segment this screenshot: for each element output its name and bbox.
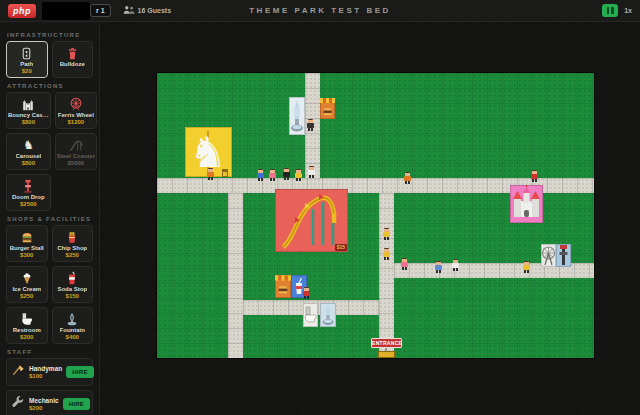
fountain-icon <box>65 312 79 326</box>
tool-burger-stall[interactable]: Burger Stall$300 <box>6 225 48 262</box>
coaster-icon <box>69 138 83 152</box>
staff-card-handyman: Handyman$100HIRE <box>6 358 93 386</box>
year-badge: r 1 <box>90 4 111 17</box>
tool-chip-shop[interactable]: Chip Shop$250 <box>52 225 94 262</box>
tool-price: $2500 <box>20 201 37 207</box>
guest-sprite <box>383 248 390 260</box>
wrench-icon <box>11 395 25 413</box>
tool-price: $400 <box>66 334 79 340</box>
guest-sprite <box>452 259 459 271</box>
tool-name: Steel Coaster <box>57 153 95 159</box>
tool-grid: Bouncy Cas…$800Ferris Wheel$1200♞Carouse… <box>6 92 93 211</box>
ride-restroom[interactable] <box>303 303 318 327</box>
section-title-infrastructure: INFRASTRUCTURE <box>7 32 93 38</box>
tool-bulldoze[interactable]: Bulldoze <box>52 41 94 78</box>
tool-doom-drop[interactable]: Doom Drop$2500 <box>6 174 51 211</box>
pause-button[interactable] <box>602 4 618 17</box>
tool-price: $20 <box>22 68 32 74</box>
ride-ferris-wheel[interactable] <box>541 244 556 267</box>
hire-button-mechanic[interactable]: HIRE <box>63 398 91 410</box>
tool-price: $5000 <box>68 160 85 166</box>
guest-sprite <box>401 258 408 270</box>
ride-burger-stall-2[interactable] <box>275 275 291 298</box>
path-tile <box>379 193 394 358</box>
staff-price: $200 <box>29 405 59 411</box>
php-logo: php <box>8 4 36 18</box>
tool-grid: Burger Stall$300Chip Shop$250Ice Cream$2… <box>6 225 93 344</box>
guest-sprite <box>257 169 264 181</box>
tool-name: Ice Cream <box>12 286 41 292</box>
tool-ferris-wheel[interactable]: Ferris Wheel$1200 <box>55 92 97 129</box>
tool-name: Doom Drop <box>12 194 45 200</box>
staff-price: $100 <box>29 373 62 379</box>
staff-list: Handyman$100HIREMechanic$200HIRE <box>6 358 93 415</box>
tool-name: Carousel <box>16 153 42 159</box>
section-title-attractions: ATTRACTIONS <box>7 83 93 89</box>
tool-name: Fountain <box>60 327 85 333</box>
guest-sprite <box>404 172 411 184</box>
tool-price: $300 <box>20 252 33 258</box>
page-title: THEME PARK TEST BED <box>249 6 391 15</box>
tool-ice-cream[interactable]: Ice Cream$250 <box>6 266 48 303</box>
park-map[interactable]: ♞$15ENTRANCE <box>157 73 594 358</box>
ride-fountain-top[interactable] <box>289 97 305 135</box>
tool-name: Path <box>20 61 33 67</box>
ride-fountain-2[interactable] <box>320 303 336 327</box>
guest-count-label: 16 Guests <box>138 7 171 14</box>
tool-price: $1200 <box>68 119 85 125</box>
toilet-icon <box>20 312 34 326</box>
tool-path[interactable]: Path$20 <box>6 41 48 78</box>
app: php r 1 16 Guests THEME PARK TEST BED 1x… <box>0 0 640 415</box>
guest-sprite <box>435 261 442 273</box>
staff-name: Handyman <box>29 365 62 372</box>
tool-steel-coaster[interactable]: Steel Coaster$5000 <box>55 133 97 170</box>
tool-sections: INFRASTRUCTUREPath$20BulldozeATTRACTIONS… <box>6 32 93 344</box>
speed-label[interactable]: 1x <box>624 7 632 14</box>
tool-fountain[interactable]: Fountain$400 <box>52 307 94 344</box>
castle-icon <box>21 97 35 111</box>
tool-name: Bulldoze <box>60 61 85 67</box>
tool-grid: Path$20Bulldoze <box>6 41 93 78</box>
tool-price: $150 <box>66 293 79 299</box>
ride-price-label: $15 <box>335 244 347 251</box>
staff-section-title: STAFF <box>7 349 93 355</box>
guest-sprite <box>283 168 290 180</box>
path-tile <box>228 193 243 358</box>
ride-steel-coaster[interactable]: $15 <box>275 189 348 252</box>
tool-name: Soda Stop <box>57 286 87 292</box>
tool-carousel[interactable]: ♞Carousel$800 <box>6 133 51 170</box>
chips-icon <box>65 230 79 244</box>
tower-icon <box>21 179 35 193</box>
bulldoze-icon <box>66 46 79 60</box>
guest-sprite <box>269 169 276 181</box>
ride-doom-drop[interactable] <box>556 244 571 267</box>
ride-burger-stall-top[interactable] <box>320 98 335 119</box>
tool-name: Chip Shop <box>57 245 87 251</box>
ride-bouncy-castle[interactable] <box>510 185 543 223</box>
tool-bouncy-cas[interactable]: Bouncy Cas…$800 <box>6 92 51 129</box>
guests-icon <box>123 5 135 16</box>
tool-price: $250 <box>66 252 79 258</box>
tool-price: $200 <box>20 334 33 340</box>
staff-name: Mechanic <box>29 397 59 404</box>
redacted-overlay <box>42 2 90 20</box>
guest-sprite <box>295 169 302 181</box>
guest-sprite <box>383 228 390 240</box>
carousel-icon: ♞ <box>23 138 34 152</box>
tool-price: $800 <box>22 160 35 166</box>
broom-icon <box>11 363 25 381</box>
tool-name: Ferris Wheel <box>58 112 94 118</box>
hire-button-handyman[interactable]: HIRE <box>66 366 94 378</box>
guest-sprite <box>303 287 310 299</box>
guest-count: 16 Guests <box>123 5 171 16</box>
path-icon <box>20 46 33 60</box>
tool-price: $800 <box>22 119 35 125</box>
entrance-gate <box>378 351 395 358</box>
tool-price: $250 <box>20 293 33 299</box>
burger-icon <box>20 230 34 244</box>
guest-sprite <box>523 261 530 273</box>
tool-soda-stop[interactable]: Soda Stop$150 <box>52 266 94 303</box>
soda-icon <box>65 271 79 285</box>
tool-restroom[interactable]: Restroom$200 <box>6 307 48 344</box>
guest-sprite <box>308 166 315 178</box>
